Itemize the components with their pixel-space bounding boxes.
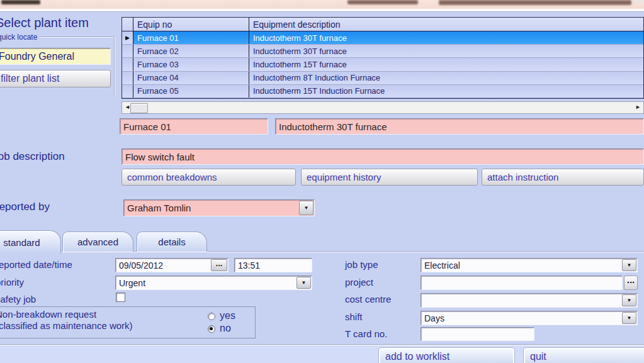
quit-button[interactable]: quit <box>523 347 644 363</box>
reported-by-value: Graham Tomlin <box>127 203 191 213</box>
dropdown-arrow-icon[interactable]: ▼ <box>297 277 311 289</box>
table-row[interactable]: Furnace 03 Inductotherm 15T furnace <box>122 58 643 71</box>
reported-date-value: 09/05/2012 <box>119 260 163 271</box>
equip-no-cell: Furnace 03 <box>133 58 249 70</box>
overlay-smudge <box>347 0 418 4</box>
equip-no-column-header[interactable]: Equip no <box>133 18 249 31</box>
date-picker-ellipsis-button[interactable]: ... <box>211 259 227 271</box>
selected-equip-description-field: Inductotherm 30T furnace <box>275 118 644 135</box>
table-row[interactable]: Furnace 04 Inductotherm 8T Induction Fur… <box>122 72 643 85</box>
table-row[interactable]: Furnace 05 Inductotherm 15T Induction Fu… <box>122 85 643 98</box>
non-breakdown-yes-label[interactable]: yes <box>220 310 235 321</box>
horizontal-scrollbar[interactable]: ◄ ► <box>121 101 644 114</box>
dropdown-arrow-icon[interactable]: ▼ <box>299 201 314 215</box>
description-cell: Inductotherm 8T Induction Furnace <box>249 72 643 84</box>
title-text-fragment <box>1 0 40 4</box>
quick-locate-frame-top <box>40 36 114 38</box>
scrollbar-right-arrow-icon[interactable]: ► <box>635 104 641 110</box>
add-to-worklist-button[interactable]: add to worklist <box>378 347 515 363</box>
project-field[interactable] <box>421 276 623 290</box>
table-header-row: Equip no Equipment description <box>122 18 643 31</box>
equip-no-cell: Furnace 01 <box>133 31 249 44</box>
overlay-smudge <box>439 0 631 5</box>
dropdown-arrow-icon[interactable]: ▼ <box>622 259 636 271</box>
top-strip <box>0 0 644 9</box>
t-card-label: T card no. <box>345 328 387 339</box>
scrollbar-thumb[interactable] <box>130 103 148 113</box>
shift-value: Days <box>424 313 444 323</box>
attach-instruction-button[interactable]: attach instruction <box>482 169 644 186</box>
shift-label: shift <box>345 311 363 322</box>
non-breakdown-label-line1: Non-breakdown request <box>0 309 96 320</box>
priority-label: priority <box>0 277 24 288</box>
reported-datetime-label: reported date/time <box>0 259 72 270</box>
job-type-label: job type <box>345 259 378 270</box>
filter-plant-list-button[interactable]: filter plant list <box>0 70 111 87</box>
tab-standard[interactable]: standard <box>0 230 61 254</box>
quick-locate-input[interactable]: Foundry General <box>0 48 111 65</box>
job-type-select[interactable]: Electrical ▼ <box>421 258 638 272</box>
non-breakdown-yes-radio[interactable] <box>208 313 215 320</box>
equipment-history-button[interactable]: equipment history <box>301 169 478 186</box>
quick-locate-label: quick locate <box>0 33 37 42</box>
reported-by-label: reported by <box>0 201 50 213</box>
description-cell: Inductotherm 15T Induction Furnace <box>249 85 643 98</box>
tab-advanced[interactable]: advanced <box>62 232 133 252</box>
priority-value: Urgent <box>119 278 145 288</box>
project-label: project <box>345 277 373 288</box>
equipment-table: Equip no Equipment description ▶ Furnace… <box>121 17 644 99</box>
safety-job-checkbox[interactable] <box>116 293 125 302</box>
row-selector-header-cell <box>122 18 133 31</box>
window-edge <box>0 9 644 12</box>
scrollbar-left-arrow-icon[interactable]: ◄ <box>125 104 130 110</box>
shift-select[interactable]: Days ▼ <box>421 311 638 325</box>
equip-no-cell: Furnace 04 <box>133 72 249 84</box>
description-cell: Inductotherm 30T furnace <box>249 45 643 57</box>
common-breakdowns-button[interactable]: common breakdowns <box>121 169 296 186</box>
job-description-field[interactable]: Flow switch fault <box>121 148 644 165</box>
dropdown-arrow-icon[interactable]: ▼ <box>622 294 636 306</box>
description-cell: Inductotherm 15T furnace <box>249 58 643 70</box>
job-description-label: job description <box>0 150 65 163</box>
non-breakdown-label-line2: (classified as maintenance work) <box>0 320 133 331</box>
table-row[interactable]: ▶ Furnace 01 Inductotherm 30T furnace <box>122 31 643 45</box>
non-breakdown-no-label[interactable]: no <box>220 323 231 334</box>
description-cell: Inductotherm 30T furnace <box>249 31 643 44</box>
equip-no-cell: Furnace 05 <box>133 85 249 98</box>
job-type-value: Electrical <box>424 260 460 271</box>
safety-job-label: safety job <box>0 294 36 304</box>
reported-date-field[interactable]: 09/05/2012 ... <box>115 258 229 272</box>
selected-equip-no-field: Furnace 01 <box>120 118 268 135</box>
cost-centre-select[interactable]: ▼ <box>421 293 638 308</box>
breakdown-entry-window: Select plant item quick locate Foundry G… <box>0 0 644 363</box>
non-breakdown-no-radio[interactable] <box>208 325 215 333</box>
cost-centre-label: cost centre <box>345 294 391 304</box>
t-card-field[interactable] <box>421 327 534 341</box>
description-column-header[interactable]: Equipment description <box>249 18 643 31</box>
quick-locate-frame-right <box>114 36 115 97</box>
table-row[interactable]: Furnace 02 Inductotherm 30T furnace <box>122 45 643 58</box>
reported-by-select[interactable]: Graham Tomlin ▼ <box>123 199 315 216</box>
tab-details[interactable]: details <box>137 232 207 252</box>
overlay-smudge <box>634 0 644 3</box>
dropdown-arrow-icon[interactable]: ▼ <box>622 312 636 324</box>
priority-select[interactable]: Urgent ▼ <box>115 276 312 290</box>
selected-row-marker-icon: ▶ <box>125 35 130 41</box>
page-title: Select plant item <box>0 16 89 30</box>
reported-time-field[interactable]: 13:51 <box>234 258 312 272</box>
project-lookup-ellipsis-button[interactable]: ... <box>624 276 638 290</box>
equip-no-cell: Furnace 02 <box>133 45 249 57</box>
